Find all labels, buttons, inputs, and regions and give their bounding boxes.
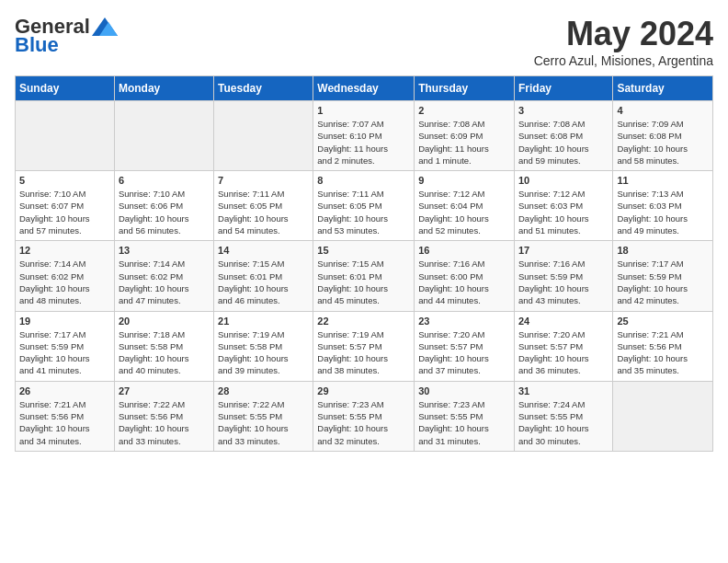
col-header-monday: Monday — [114, 76, 213, 101]
day-info: Sunrise: 7:21 AM Sunset: 5:56 PM Dayligh… — [19, 398, 110, 447]
day-cell: 19Sunrise: 7:17 AM Sunset: 5:59 PM Dayli… — [16, 311, 115, 381]
day-cell: 6Sunrise: 7:10 AM Sunset: 6:06 PM Daylig… — [114, 171, 213, 241]
day-cell: 12Sunrise: 7:14 AM Sunset: 6:02 PM Dayli… — [16, 241, 115, 311]
day-info: Sunrise: 7:19 AM Sunset: 5:58 PM Dayligh… — [218, 328, 309, 377]
day-cell: 8Sunrise: 7:11 AM Sunset: 6:05 PM Daylig… — [313, 171, 415, 241]
day-number: 16 — [418, 245, 510, 256]
day-cell: 7Sunrise: 7:11 AM Sunset: 6:05 PM Daylig… — [214, 171, 313, 241]
day-number: 22 — [317, 316, 410, 327]
day-cell: 21Sunrise: 7:19 AM Sunset: 5:58 PM Dayli… — [214, 311, 313, 381]
logo-icon — [92, 17, 118, 36]
day-number: 17 — [518, 245, 609, 256]
day-cell: 30Sunrise: 7:23 AM Sunset: 5:55 PM Dayli… — [415, 381, 515, 451]
location-subtitle: Cerro Azul, Misiones, Argentina — [534, 53, 713, 68]
day-cell: 29Sunrise: 7:23 AM Sunset: 5:55 PM Dayli… — [313, 381, 415, 451]
title-area: May 2024 Cerro Azul, Misiones, Argentina — [534, 15, 713, 68]
day-info: Sunrise: 7:22 AM Sunset: 5:55 PM Dayligh… — [218, 398, 309, 447]
day-number: 26 — [19, 385, 110, 396]
day-info: Sunrise: 7:09 AM Sunset: 6:08 PM Dayligh… — [617, 118, 709, 167]
day-number: 20 — [119, 316, 210, 327]
day-number: 2 — [418, 105, 510, 116]
day-number: 24 — [518, 316, 609, 327]
day-number: 15 — [317, 245, 410, 256]
day-cell: 10Sunrise: 7:12 AM Sunset: 6:03 PM Dayli… — [514, 171, 612, 241]
day-number: 1 — [317, 105, 410, 116]
col-header-friday: Friday — [514, 76, 612, 101]
day-cell: 3Sunrise: 7:08 AM Sunset: 6:08 PM Daylig… — [514, 101, 612, 171]
day-info: Sunrise: 7:10 AM Sunset: 6:07 PM Dayligh… — [19, 188, 110, 236]
day-info: Sunrise: 7:08 AM Sunset: 6:09 PM Dayligh… — [418, 118, 510, 167]
week-row-4: 19Sunrise: 7:17 AM Sunset: 5:59 PM Dayli… — [16, 311, 713, 381]
day-info: Sunrise: 7:12 AM Sunset: 6:03 PM Dayligh… — [518, 188, 609, 236]
day-number: 10 — [518, 175, 609, 186]
day-cell: 4Sunrise: 7:09 AM Sunset: 6:08 PM Daylig… — [613, 101, 713, 171]
week-row-5: 26Sunrise: 7:21 AM Sunset: 5:56 PM Dayli… — [16, 381, 713, 451]
day-number: 4 — [617, 105, 709, 116]
day-cell: 17Sunrise: 7:16 AM Sunset: 5:59 PM Dayli… — [514, 241, 612, 311]
day-number: 31 — [518, 385, 609, 396]
day-number: 11 — [617, 175, 709, 186]
day-number: 9 — [418, 175, 510, 186]
day-info: Sunrise: 7:10 AM Sunset: 6:06 PM Dayligh… — [119, 188, 210, 236]
day-number: 12 — [19, 245, 110, 256]
day-cell: 23Sunrise: 7:20 AM Sunset: 5:57 PM Dayli… — [415, 311, 515, 381]
logo-blue: Blue — [15, 33, 59, 57]
day-info: Sunrise: 7:23 AM Sunset: 5:55 PM Dayligh… — [418, 398, 510, 447]
day-cell: 5Sunrise: 7:10 AM Sunset: 6:07 PM Daylig… — [16, 171, 115, 241]
day-number: 6 — [119, 175, 210, 186]
day-cell: 20Sunrise: 7:18 AM Sunset: 5:58 PM Dayli… — [114, 311, 213, 381]
day-cell: 27Sunrise: 7:22 AM Sunset: 5:56 PM Dayli… — [114, 381, 213, 451]
day-number: 5 — [19, 175, 110, 186]
day-info: Sunrise: 7:12 AM Sunset: 6:04 PM Dayligh… — [418, 188, 510, 236]
day-info: Sunrise: 7:15 AM Sunset: 6:01 PM Dayligh… — [317, 258, 410, 306]
day-cell: 28Sunrise: 7:22 AM Sunset: 5:55 PM Dayli… — [214, 381, 313, 451]
day-info: Sunrise: 7:16 AM Sunset: 5:59 PM Dayligh… — [518, 258, 609, 306]
day-cell — [613, 381, 713, 451]
col-header-sunday: Sunday — [16, 76, 115, 101]
week-row-3: 12Sunrise: 7:14 AM Sunset: 6:02 PM Dayli… — [16, 241, 713, 311]
day-info: Sunrise: 7:13 AM Sunset: 6:03 PM Dayligh… — [617, 188, 709, 236]
day-info: Sunrise: 7:07 AM Sunset: 6:10 PM Dayligh… — [317, 118, 410, 167]
week-row-1: 1Sunrise: 7:07 AM Sunset: 6:10 PM Daylig… — [16, 101, 713, 171]
day-number: 13 — [119, 245, 210, 256]
day-info: Sunrise: 7:14 AM Sunset: 6:02 PM Dayligh… — [19, 258, 110, 306]
day-info: Sunrise: 7:11 AM Sunset: 6:05 PM Dayligh… — [317, 188, 410, 236]
day-number: 8 — [317, 175, 410, 186]
day-info: Sunrise: 7:15 AM Sunset: 6:01 PM Dayligh… — [218, 258, 309, 306]
day-info: Sunrise: 7:17 AM Sunset: 5:59 PM Dayligh… — [19, 328, 110, 377]
day-number: 21 — [218, 316, 309, 327]
day-cell: 26Sunrise: 7:21 AM Sunset: 5:56 PM Dayli… — [16, 381, 115, 451]
day-cell: 9Sunrise: 7:12 AM Sunset: 6:04 PM Daylig… — [415, 171, 515, 241]
day-cell: 31Sunrise: 7:24 AM Sunset: 5:55 PM Dayli… — [514, 381, 612, 451]
day-info: Sunrise: 7:20 AM Sunset: 5:57 PM Dayligh… — [518, 328, 609, 377]
day-info: Sunrise: 7:21 AM Sunset: 5:56 PM Dayligh… — [617, 328, 709, 377]
col-header-thursday: Thursday — [415, 76, 515, 101]
day-cell: 24Sunrise: 7:20 AM Sunset: 5:57 PM Dayli… — [514, 311, 612, 381]
col-header-saturday: Saturday — [613, 76, 713, 101]
day-number: 28 — [218, 385, 309, 396]
day-number: 25 — [617, 316, 709, 327]
day-number: 19 — [19, 316, 110, 327]
col-header-wednesday: Wednesday — [313, 76, 415, 101]
day-number: 27 — [119, 385, 210, 396]
day-cell — [214, 101, 313, 171]
day-cell: 22Sunrise: 7:19 AM Sunset: 5:57 PM Dayli… — [313, 311, 415, 381]
day-info: Sunrise: 7:17 AM Sunset: 5:59 PM Dayligh… — [617, 258, 709, 306]
day-info: Sunrise: 7:24 AM Sunset: 5:55 PM Dayligh… — [518, 398, 609, 447]
day-cell: 18Sunrise: 7:17 AM Sunset: 5:59 PM Dayli… — [613, 241, 713, 311]
day-info: Sunrise: 7:16 AM Sunset: 6:00 PM Dayligh… — [418, 258, 510, 306]
day-info: Sunrise: 7:20 AM Sunset: 5:57 PM Dayligh… — [418, 328, 510, 377]
day-number: 7 — [218, 175, 309, 186]
day-info: Sunrise: 7:14 AM Sunset: 6:02 PM Dayligh… — [119, 258, 210, 306]
logo: General Blue — [15, 15, 118, 57]
day-number: 23 — [418, 316, 510, 327]
day-cell: 2Sunrise: 7:08 AM Sunset: 6:09 PM Daylig… — [415, 101, 515, 171]
day-cell: 25Sunrise: 7:21 AM Sunset: 5:56 PM Dayli… — [613, 311, 713, 381]
day-cell: 16Sunrise: 7:16 AM Sunset: 6:00 PM Dayli… — [415, 241, 515, 311]
day-info: Sunrise: 7:22 AM Sunset: 5:56 PM Dayligh… — [119, 398, 210, 447]
day-number: 18 — [617, 245, 709, 256]
month-title: May 2024 — [534, 15, 713, 53]
day-info: Sunrise: 7:19 AM Sunset: 5:57 PM Dayligh… — [317, 328, 410, 377]
day-cell: 14Sunrise: 7:15 AM Sunset: 6:01 PM Dayli… — [214, 241, 313, 311]
day-info: Sunrise: 7:23 AM Sunset: 5:55 PM Dayligh… — [317, 398, 410, 447]
